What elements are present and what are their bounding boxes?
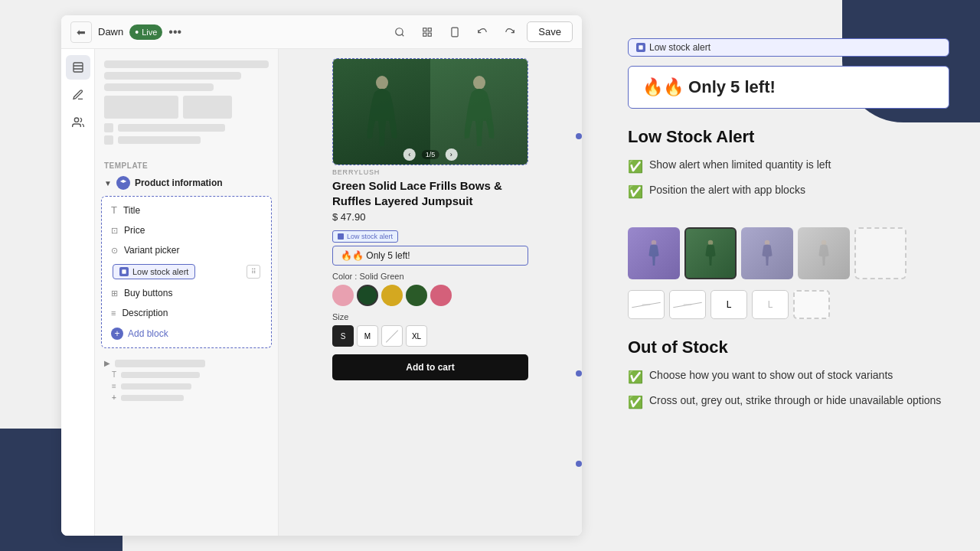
undo-button[interactable]: [472, 21, 493, 43]
svg-rect-2: [429, 28, 432, 31]
block-item-description[interactable]: ≡ Description: [102, 303, 271, 323]
sidebar-icon-users[interactable]: [66, 110, 90, 135]
size-grid-empty: [793, 290, 830, 319]
product-image-grid: [628, 227, 949, 279]
drag-handle[interactable]: ⠿: [247, 265, 260, 279]
mobile-preview-button[interactable]: [444, 21, 466, 43]
product-thumb-4: [798, 227, 850, 279]
grid-button[interactable]: [416, 21, 438, 43]
check-icon-2: ✅: [628, 184, 643, 201]
editor-body: TEMPLATE ▼ Product information T Tit: [61, 49, 582, 536]
svg-point-12: [376, 76, 388, 90]
feature-item-1: ✅ Show alert when limited quantity is le…: [628, 158, 949, 175]
size-label: Size: [332, 312, 528, 321]
product-thumb-3: [741, 227, 793, 279]
size-m[interactable]: M: [357, 325, 378, 347]
product-thumb-2: [684, 227, 737, 279]
product-info-icon: [116, 176, 130, 190]
size-xl[interactable]: XL: [406, 325, 427, 347]
low-stock-tag-label: Low stock alert: [347, 233, 393, 240]
browser-chrome: ⬅ Dawn Live •••: [61, 15, 582, 536]
main-layout: ⬅ Dawn Live •••: [0, 0, 980, 551]
template-label: TEMPLATE: [95, 155, 278, 171]
product-brand: BERRYLUSH: [332, 168, 528, 176]
product-thumb-1: [628, 227, 680, 279]
carousel-prev[interactable]: ‹: [403, 148, 416, 161]
add-block-plus-icon: +: [111, 328, 123, 340]
alert-badge: Low stock alert: [628, 38, 949, 57]
svg-point-13: [473, 76, 485, 90]
size-s[interactable]: S: [332, 325, 354, 347]
carousel-next[interactable]: ›: [445, 148, 457, 161]
add-block-row[interactable]: + Add block: [102, 323, 271, 344]
low-stock-tag-box: [338, 233, 344, 240]
product-info-row[interactable]: ▼ Product information: [95, 171, 278, 194]
block-title-label: Title: [123, 205, 140, 216]
color-swatch-rose[interactable]: [430, 285, 452, 306]
low-stock-heading: Low Stock Alert: [628, 127, 949, 147]
feature-item-2: ✅ Position the alert with app blocks: [628, 183, 949, 201]
block-item-price[interactable]: ⊡ Price: [102, 220, 271, 240]
sidebar-icon-theme[interactable]: [66, 83, 90, 107]
size-grid-l[interactable]: L: [752, 290, 789, 319]
search-button[interactable]: [389, 21, 410, 43]
preview-panel: ‹ 1/5 › BERRYLUSH Green Solid Lace Frill…: [279, 49, 582, 536]
more-menu-button[interactable]: •••: [168, 25, 181, 39]
size-grid-xs[interactable]: [628, 290, 665, 319]
sidebar-icon-sections[interactable]: [66, 55, 90, 80]
thumb-figure-2: [697, 240, 724, 267]
feature-text-4: Cross out, grey out, strike through or h…: [649, 393, 941, 409]
color-swatch-yellow[interactable]: [381, 285, 403, 306]
size-grid-m[interactable]: L: [710, 290, 747, 319]
feature-text-2: Position the alert with app blocks: [649, 183, 805, 198]
svg-rect-7: [74, 63, 83, 72]
back-icon: ⬅: [77, 26, 86, 38]
browser-toolbar: ⬅ Dawn Live •••: [61, 15, 582, 49]
variant-icon: ⊙: [111, 246, 118, 256]
size-buttons: S M XL: [332, 325, 528, 347]
thumb-figure-4: [810, 240, 838, 267]
add-to-cart-button[interactable]: Add to cart: [332, 354, 528, 380]
low-stock-chip-label: Low stock alert: [132, 267, 188, 276]
product-title: Green Solid Lace Frills Bows & Ruffles L…: [332, 178, 528, 208]
carousel-nav: ‹ 1/5 ›: [403, 148, 458, 161]
block-variant-label: Variant picker: [124, 245, 179, 256]
check-icon-3: ✅: [628, 369, 643, 386]
out-of-stock-heading: Out of Stock: [628, 337, 949, 357]
size-grid-s[interactable]: [669, 290, 706, 319]
block-item-variant-picker[interactable]: ⊙ Variant picker: [102, 240, 271, 260]
color-swatch-pink[interactable]: [332, 285, 354, 306]
block-item-low-stock[interactable]: Low stock alert ⠿: [105, 260, 268, 283]
block-item-title[interactable]: T Title: [102, 200, 271, 220]
save-button[interactable]: Save: [527, 21, 573, 42]
size-l[interactable]: [381, 325, 403, 347]
right-panel: Low stock alert 🔥🔥 Only 5 left! Low Stoc…: [597, 0, 980, 551]
live-label: Live: [142, 28, 157, 37]
chevron-down-icon: ▼: [104, 179, 112, 187]
low-stock-alert-container: Low stock alert 🔥🔥 Only 5 left!: [332, 229, 528, 266]
out-of-stock-features: ✅ Choose how you want to show out of sto…: [628, 368, 949, 419]
svg-rect-14: [639, 45, 642, 49]
carousel-counter: 1/5: [422, 150, 439, 159]
block-price-label: Price: [124, 225, 145, 236]
svg-rect-11: [122, 269, 126, 273]
low-stock-alert-tag: Low stock alert: [332, 230, 398, 243]
selection-dot-tr: [576, 133, 582, 139]
block-item-buy-buttons[interactable]: ⊞ Buy buttons: [102, 283, 271, 303]
svg-point-10: [74, 118, 78, 122]
color-swatches: [332, 285, 528, 306]
color-swatch-dark-green[interactable]: [406, 285, 427, 306]
redo-button[interactable]: [499, 21, 521, 43]
feature-item-3: ✅ Choose how you want to show out of sto…: [628, 368, 949, 386]
alert-badge-label: Low stock alert: [649, 42, 710, 53]
low-stock-box: 🔥🔥 Only 5 left!: [332, 246, 528, 266]
check-icon-4: ✅: [628, 394, 643, 411]
block-desc-label: Description: [122, 308, 168, 318]
thumb-figure-3: [753, 240, 781, 267]
only-5-text: 🔥🔥 Only 5 left!: [642, 77, 776, 96]
alert-badge-icon: [636, 43, 645, 52]
buy-icon: ⊞: [111, 289, 118, 298]
figure-silhouette-left: [363, 73, 401, 150]
color-swatch-green[interactable]: [357, 285, 378, 306]
back-button[interactable]: ⬅: [70, 21, 92, 43]
